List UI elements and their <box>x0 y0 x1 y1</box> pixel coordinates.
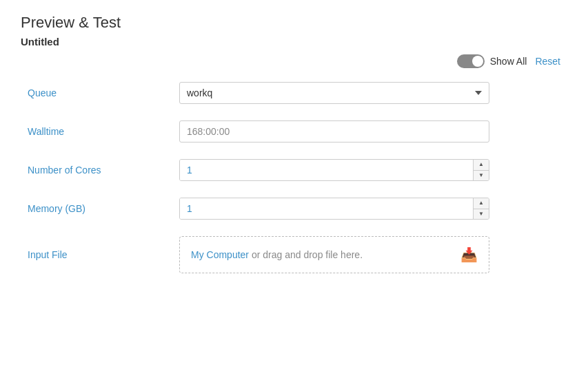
queue-label: Queue <box>28 87 179 98</box>
queue-row: Queue workq default debug <box>28 82 560 104</box>
cores-label: Number of Cores <box>28 165 179 176</box>
file-drop-zone[interactable]: My Computer or drag and drop file here. … <box>179 236 489 273</box>
memory-input[interactable] <box>180 198 473 219</box>
cores-spinner-buttons: ▲ ▼ <box>473 160 489 180</box>
page-subtitle: Untitled <box>21 36 567 48</box>
cores-control: ▲ ▼ <box>179 159 489 181</box>
show-all-toggle[interactable] <box>457 54 485 68</box>
cores-input[interactable] <box>180 160 473 180</box>
input-file-control: My Computer or drag and drop file here. … <box>179 236 489 273</box>
cores-row: Number of Cores ▲ ▼ <box>28 159 560 181</box>
toolbar: Show All Reset <box>21 54 567 68</box>
memory-spinner: ▲ ▼ <box>179 198 489 220</box>
file-drop-suffix: or drag and drop file here. <box>249 249 363 260</box>
form-section: Queue workq default debug Walltime Numbe… <box>21 82 567 273</box>
input-file-row: Input File My Computer or drag and drop … <box>28 236 560 273</box>
memory-row: Memory (GB) ▲ ▼ <box>28 198 560 220</box>
memory-increment-button[interactable]: ▲ <box>474 198 489 209</box>
my-computer-link[interactable]: My Computer <box>191 249 249 260</box>
memory-decrement-button[interactable]: ▼ <box>474 209 489 220</box>
show-all-label: Show All <box>490 56 527 67</box>
input-file-label: Input File <box>28 249 179 260</box>
walltime-row: Walltime <box>28 120 560 143</box>
file-drop-text: My Computer or drag and drop file here. <box>191 249 363 260</box>
walltime-control <box>179 120 489 143</box>
cores-decrement-button[interactable]: ▼ <box>474 171 489 181</box>
memory-spinner-buttons: ▲ ▼ <box>473 198 489 219</box>
toggle-knob <box>472 56 483 67</box>
walltime-input[interactable] <box>179 120 489 143</box>
cores-increment-button[interactable]: ▲ <box>474 160 489 171</box>
file-upload-icon: 📥 <box>460 246 478 263</box>
memory-label: Memory (GB) <box>28 203 179 214</box>
walltime-label: Walltime <box>28 126 179 137</box>
reset-button[interactable]: Reset <box>535 56 560 67</box>
cores-spinner: ▲ ▼ <box>179 159 489 181</box>
page-title: Preview & Test <box>21 14 567 32</box>
memory-control: ▲ ▼ <box>179 198 489 220</box>
queue-control: workq default debug <box>179 82 489 104</box>
show-all-group: Show All <box>457 54 527 68</box>
queue-select[interactable]: workq default debug <box>179 82 489 104</box>
